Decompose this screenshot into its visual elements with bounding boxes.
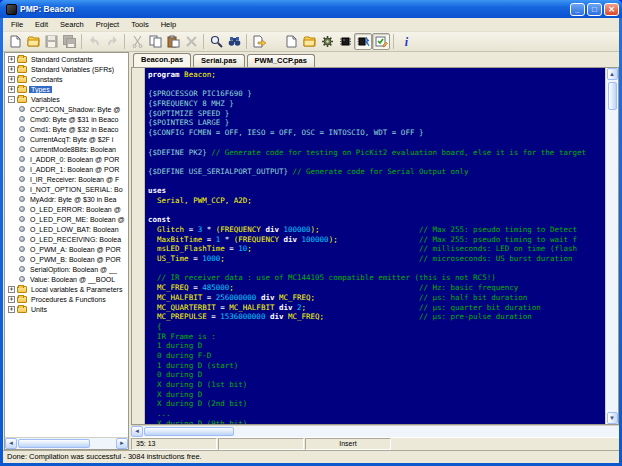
tree-item-units[interactable]: +Units (5, 304, 128, 314)
cut-button[interactable] (128, 33, 146, 50)
maximize-button[interactable]: □ (587, 3, 602, 16)
variable-icon (19, 136, 25, 142)
code-line: X during D (9th bit) (148, 419, 605, 424)
new-project-button[interactable] (282, 33, 300, 50)
tree-item-currentacqt[interactable]: CurrentAcqT: Byte @ $2F i (5, 134, 128, 144)
tab-serial-pas[interactable]: Serial.pas (193, 54, 244, 67)
export-button[interactable] (250, 33, 268, 50)
scroll-left-icon[interactable]: ◄ (131, 426, 143, 437)
tree-item-standard-constants[interactable]: +Standard Constants (5, 54, 128, 64)
expand-icon[interactable]: + (8, 86, 15, 93)
editor-hscroll-thumb[interactable] (144, 427, 234, 436)
code-line: 0 during D (148, 370, 605, 380)
find-next-button[interactable] (225, 33, 243, 50)
editor-gutter[interactable] (132, 68, 145, 424)
tree-item-myaddr[interactable]: MyAddr: Byte @ $30 in Bea (5, 194, 128, 204)
paste-button[interactable] (164, 33, 182, 50)
tree-item-currentmode8bits[interactable]: CurrentMode8Bits: Boolean (5, 144, 128, 154)
tab-pwm_ccp-pas[interactable]: PWM_CCP.pas (247, 54, 315, 67)
verify-button[interactable] (372, 33, 390, 50)
tree-item-o-led-low-bat[interactable]: O_LED_LOW_BAT: Boolean (5, 224, 128, 234)
tree-item-types[interactable]: +Types (5, 84, 128, 94)
find-button[interactable] (207, 33, 225, 50)
tree-item-o-led-receiving[interactable]: O_LED_RECEIVING: Boolea (5, 234, 128, 244)
tree-item-label: Procedures & Functions (29, 296, 108, 303)
tree-item-i-addr-1[interactable]: I_ADDR_1: Boolean @ POR (5, 164, 128, 174)
expand-icon[interactable]: + (8, 56, 15, 63)
folder-icon (17, 96, 27, 103)
tree-item-o-pwm-b[interactable]: O_PWM_B: Boolean @ POR (5, 254, 128, 264)
tree-item-label: SerialOption: Boolean @ __ (28, 266, 119, 273)
expand-icon[interactable]: + (8, 76, 15, 83)
open-file-button[interactable] (24, 33, 42, 50)
editor-panel: Beacon.pasSerial.pasPWM_CCP.pas program … (131, 52, 619, 450)
menu-project[interactable]: Project (90, 19, 125, 30)
menu-help[interactable]: Help (155, 19, 182, 30)
code-line: 1 during D (start) (148, 361, 605, 371)
undo-button[interactable] (85, 33, 103, 50)
symbol-tree[interactable]: +Standard Constants+Standard Variables (… (5, 53, 128, 437)
toolbar-separator (81, 34, 82, 49)
tree-item-o-pwm-a[interactable]: O_PWM_A: Boolean @ POR (5, 244, 128, 254)
tree-item-local-variables-parameters[interactable]: +Local variables & Parameters (5, 284, 128, 294)
open-project-button[interactable] (300, 33, 318, 50)
tree-item-procedures-functions[interactable]: +Procedures & Functions (5, 294, 128, 304)
compile-button[interactable] (318, 33, 336, 50)
tree-item-label: Local variables & Parameters (29, 286, 124, 293)
tree-item-i-addr-0[interactable]: I_ADDR_0: Boolean @ POR (5, 154, 128, 164)
code-editor[interactable]: program Beacon; {$PROCESSOR PIC16F690 }{… (145, 68, 605, 424)
code-line: 1 during D (148, 341, 605, 351)
tree-item-o-led-error[interactable]: O_LED_ERROR: Boolean @ (5, 204, 128, 214)
toolbar-separator (124, 34, 125, 49)
tree-item-o-led-for-me[interactable]: O_LED_FOR_ME: Boolean @ (5, 214, 128, 224)
scroll-up-icon[interactable]: ▲ (607, 68, 618, 80)
tree-item-variables[interactable]: -Variables (5, 94, 128, 104)
tree-item-i-ir-receiver[interactable]: I_IR_Receiver: Boolean @ F (5, 174, 128, 184)
scroll-right-icon[interactable]: ► (116, 438, 128, 449)
tree-item-i-not-option-serial[interactable]: I_NOT_OPTION_SERIAL: Bo (5, 184, 128, 194)
program-chip-button[interactable] (336, 33, 354, 50)
expand-icon[interactable]: + (8, 66, 15, 73)
expand-icon[interactable]: + (8, 296, 15, 303)
tree-item-serialoption[interactable]: SerialOption: Boolean @ __ (5, 264, 128, 274)
info-button[interactable]: i (397, 33, 415, 50)
expand-icon[interactable]: + (8, 306, 15, 313)
scroll-left-icon[interactable]: ◄ (5, 438, 17, 449)
debug-chip-button[interactable] (354, 33, 372, 50)
redo-button[interactable] (103, 33, 121, 50)
scroll-down-icon[interactable]: ▼ (607, 412, 618, 424)
menu-file[interactable]: File (5, 19, 29, 30)
tree-item-ccp1con-shadow[interactable]: CCP1CON_Shadow: Byte @ (5, 104, 128, 114)
delete-button[interactable] (182, 33, 200, 50)
tree-item-constants[interactable]: +Constants (5, 74, 128, 84)
menu-edit[interactable]: Edit (29, 19, 54, 30)
minimize-button[interactable]: _ (570, 3, 585, 16)
save-all-button[interactable] (60, 33, 78, 50)
menu-tools[interactable]: Tools (125, 19, 155, 30)
editor-vscroll-thumb[interactable] (608, 82, 617, 110)
folder-icon (17, 56, 27, 63)
tree-item-label: MyAddr: Byte @ $30 in Bea (28, 196, 118, 203)
tree-horizontal-scrollbar[interactable]: ◄ ► (5, 437, 128, 449)
tab-beacon-pas[interactable]: Beacon.pas (133, 53, 191, 67)
new-file-button[interactable] (6, 33, 24, 50)
close-button[interactable]: ✕ (604, 3, 619, 16)
expand-icon[interactable]: + (8, 286, 15, 293)
tree-hscroll-thumb[interactable] (18, 439, 90, 448)
editor-tabs: Beacon.pasSerial.pasPWM_CCP.pas (131, 52, 619, 67)
copy-button[interactable] (146, 33, 164, 50)
title-bar[interactable]: PMP: Beacon _□✕ (0, 0, 622, 18)
tree-item-standard-variables-sfrs-[interactable]: +Standard Variables (SFRs) (5, 64, 128, 74)
editor-vertical-scrollbar[interactable]: ▲ ▼ (605, 68, 618, 424)
menu-search[interactable]: Search (54, 19, 90, 30)
variable-icon (19, 266, 25, 272)
tree-item-cmd0[interactable]: Cmd0: Byte @ $31 in Beaco (5, 114, 128, 124)
tree-item-value[interactable]: Value: Boolean @ __BOOL (5, 274, 128, 284)
tree-item-cmd1[interactable]: Cmd1: Byte @ $32 in Beaco (5, 124, 128, 134)
editor-horizontal-scrollbar[interactable]: ◄ (131, 425, 619, 437)
code-line: IR Frame is : (148, 332, 605, 342)
debug-chip-icon (357, 35, 370, 48)
variable-icon (19, 146, 25, 152)
collapse-icon[interactable]: - (8, 96, 15, 103)
save-button[interactable] (42, 33, 60, 50)
